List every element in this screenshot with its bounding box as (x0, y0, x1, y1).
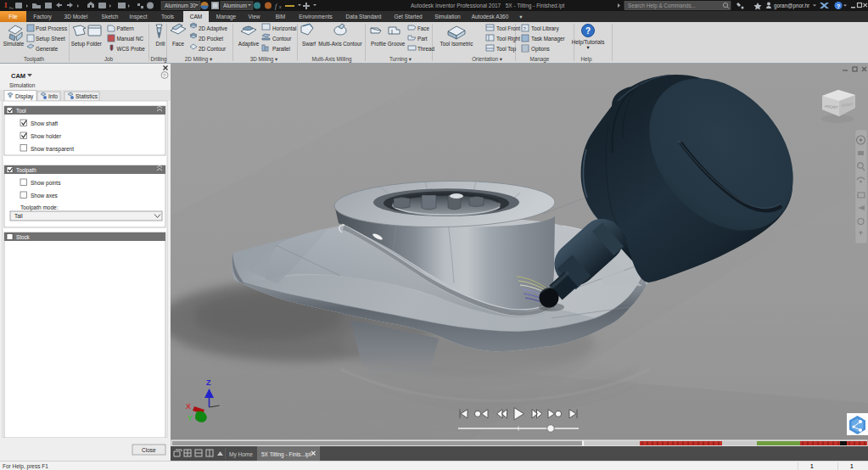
svg-text:2D Contour: 2D Contour (199, 46, 226, 52)
svg-text:Manage: Manage (530, 56, 550, 63)
svg-text:2D Adaptive: 2D Adaptive (199, 25, 227, 32)
svg-text:Multi-Axis Milling: Multi-Axis Milling (312, 56, 352, 63)
svg-text:Stock: Stock (16, 234, 31, 240)
svg-text:Show points: Show points (31, 180, 61, 187)
svg-text:Show shaft: Show shaft (31, 120, 58, 126)
svg-text:Display: Display (15, 93, 34, 100)
svg-text:2D Pocket: 2D Pocket (199, 36, 223, 42)
svg-text:Drilling: Drilling (150, 56, 167, 63)
svg-text:▾: ▾ (586, 44, 590, 50)
svg-text:Horizontal: Horizontal (272, 25, 296, 31)
svg-text:Toolpath: Toolpath (16, 167, 36, 174)
svg-text:Manual NC: Manual NC (117, 36, 144, 42)
svg-text:Drill: Drill (156, 41, 165, 47)
svg-text:Toolpath: Toolpath (24, 56, 44, 63)
svg-text:Tool: Tool (16, 108, 26, 114)
svg-text:Autodesk Inventor Professional: Autodesk Inventor Professional 2017 5X -… (411, 3, 565, 9)
svg-text:Tool Right: Tool Right (496, 36, 520, 42)
svg-text:Pro: Pro (9, 7, 14, 10)
svg-text:Pattern: Pattern (117, 25, 135, 31)
svg-text:5X Tilting - Finis...ipt: 5X Tilting - Finis...ipt (261, 451, 311, 458)
svg-text:?: ? (837, 3, 840, 9)
svg-text:Info: Info (48, 93, 58, 99)
svg-text:3D Milling ▾: 3D Milling ▾ (250, 56, 278, 63)
svg-text:Job: Job (104, 56, 114, 62)
svg-text:Toolpath mode:: Toolpath mode: (20, 204, 59, 211)
svg-text:WCS Probe: WCS Probe (117, 46, 146, 52)
svg-text:Contour: Contour (272, 36, 291, 42)
svg-text:Folder: Folder (87, 41, 102, 47)
svg-text:Aluminum 30: Aluminum 30 (165, 3, 196, 8)
svg-text:My Home: My Home (229, 451, 253, 458)
svg-text:Help: Help (581, 56, 592, 63)
svg-text:I: I (4, 1, 8, 9)
svg-text:Close: Close (142, 447, 156, 453)
svg-text:Adaptive: Adaptive (238, 41, 260, 48)
svg-text:Show transparent: Show transparent (31, 146, 74, 153)
svg-text:goran@pnor.hr: goran@pnor.hr (774, 3, 809, 9)
svg-text:Simulation: Simulation (9, 82, 36, 88)
svg-text:Tool Top: Tool Top (496, 46, 517, 53)
svg-text:Parallel: Parallel (272, 46, 290, 52)
svg-text:Y: Y (188, 414, 193, 422)
svg-text:Options: Options (531, 46, 550, 53)
svg-text:Post Process: Post Process (36, 25, 67, 31)
svg-text:?: ? (585, 26, 591, 36)
svg-text:Tool Front: Tool Front (496, 25, 520, 31)
svg-text:Turning ▾: Turning ▾ (389, 56, 412, 63)
svg-text:Show holder: Show holder (31, 133, 62, 139)
svg-text:Face: Face (417, 25, 429, 31)
svg-text:Part: Part (417, 36, 428, 42)
svg-text:Setup: Setup (71, 41, 86, 48)
svg-text:Show axes: Show axes (31, 193, 59, 199)
svg-text:Aluminum: Aluminum (223, 3, 247, 8)
svg-text:Search Help & Commands...: Search Help & Commands... (628, 3, 696, 9)
svg-text:CAM: CAM (11, 72, 25, 80)
svg-text:2D Milling ▾: 2D Milling ▾ (185, 56, 213, 63)
svg-text:Thread: Thread (417, 46, 434, 52)
svg-text:Setup Sheet: Setup Sheet (36, 36, 65, 42)
svg-text:Profile: Profile (371, 41, 386, 47)
svg-text:Swarf: Swarf (302, 41, 316, 47)
svg-text:Orientation ▾: Orientation ▾ (472, 56, 503, 62)
svg-text:Tool Library: Tool Library (531, 25, 559, 32)
svg-text:Z: Z (206, 378, 211, 387)
svg-text:Face: Face (172, 41, 184, 47)
svg-text:Generate: Generate (36, 46, 59, 52)
svg-text:X: X (186, 402, 191, 411)
svg-text:Multi-Axis Contour: Multi-Axis Contour (318, 41, 361, 47)
svg-text:Groove: Groove (388, 41, 406, 47)
svg-text:Tool Isometric: Tool Isometric (440, 41, 473, 47)
svg-text:Simulate: Simulate (3, 41, 25, 47)
svg-text:Task Manager: Task Manager (531, 36, 565, 42)
svg-text:Statistics: Statistics (76, 93, 98, 99)
svg-text:Tail: Tail (14, 213, 23, 219)
